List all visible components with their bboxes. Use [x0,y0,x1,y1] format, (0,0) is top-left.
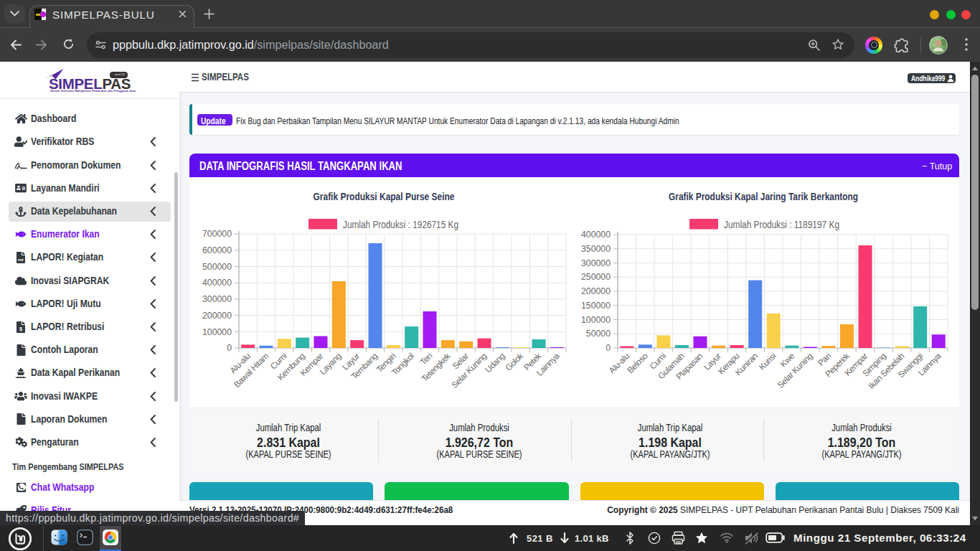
svg-text:0: 0 [606,343,611,353]
svg-text:Udang: Udang [483,351,507,375]
svg-text:150000: 150000 [581,300,611,310]
svg-text:0: 0 [227,343,232,353]
svg-text:50000: 50000 [586,329,611,339]
svg-text:Jumlah Produksi : 1926715 Kg: Jumlah Produksi : 1926715 Kg [343,217,458,230]
svg-text:$: $ [19,326,22,332]
svg-text:100000: 100000 [581,314,611,324]
svg-text:Kurisi: Kurisi [757,351,778,372]
svg-text:250000: 250000 [581,272,611,282]
svg-text:100000: 100000 [202,326,232,336]
svg-text:300000: 300000 [202,294,232,304]
svg-text:700000: 700000 [202,229,232,239]
svg-text:600000: 600000 [202,245,232,255]
svg-text:400000: 400000 [202,278,232,288]
svg-text:Grafik Produksi Kapal Purse Se: Grafik Produksi Kapal Purse Seine [314,190,455,202]
svg-text:Beloso: Beloso [625,350,649,375]
svg-text:500000: 500000 [202,261,232,271]
svg-text:Jumlah Produksi : 1189197 Kg: Jumlah Produksi : 1189197 Kg [724,217,839,230]
svg-text:200000: 200000 [202,310,232,320]
svg-text:Grafik Produksi Kapal Jaring T: Grafik Produksi Kapal Jaring Tarik Berka… [669,190,858,202]
svg-text:400000: 400000 [581,230,611,240]
svg-text:PDF: PDF [18,258,24,262]
svg-text:300000: 300000 [581,258,611,268]
svg-text:Golok: Golok [503,350,525,372]
svg-text:350000: 350000 [581,243,611,253]
svg-text:200000: 200000 [581,286,611,296]
svg-text:Alu-alu: Alu-alu [607,351,631,375]
